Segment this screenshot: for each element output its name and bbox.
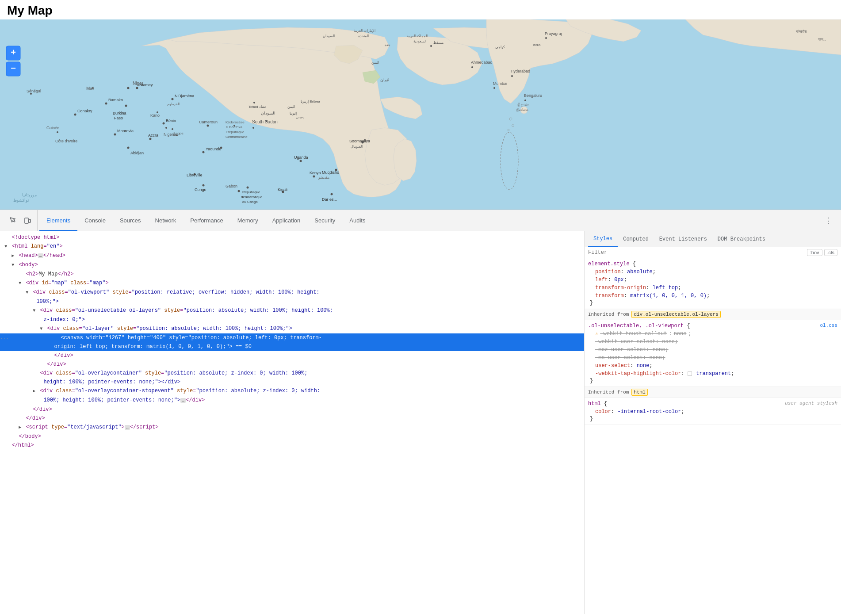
svg-text:−: −	[11, 63, 16, 73]
tab-elements[interactable]: Elements	[39, 210, 77, 231]
inspect-element-button[interactable]	[7, 214, 19, 227]
css-prop[interactable]: left: 0px;	[588, 276, 837, 284]
more-options-button[interactable]: ⋮	[819, 210, 837, 231]
page-title: My Map	[0, 0, 841, 19]
css-section-element-style: element.style { position: absolute; left…	[585, 258, 841, 309]
svg-text:اليمن: اليمن	[287, 105, 295, 109]
svg-text:Ahmedabad: Ahmedabad	[471, 60, 493, 65]
svg-point-28	[220, 147, 222, 149]
dom-line[interactable]: <script type="text/javascript">…</script…	[0, 423, 584, 432]
dom-line[interactable]: <div class="ol-viewport" style="position…	[0, 288, 584, 297]
tab-console[interactable]: Console	[77, 210, 113, 231]
inherited-from-badge-2: html	[631, 389, 647, 396]
dom-line[interactable]: z-index: 0;">	[0, 315, 584, 324]
svg-point-19	[163, 122, 165, 125]
dom-line[interactable]: </div>	[0, 405, 584, 414]
css-prop-webkit-touch[interactable]: ⚠ -webkit-touch-callout: none;	[588, 330, 837, 338]
dom-line[interactable]: </html>	[0, 441, 584, 450]
css-section-html: html { user agent stylesh color: -intern…	[585, 398, 841, 425]
dom-line[interactable]: </div>	[0, 351, 584, 360]
dom-line[interactable]: </body>	[0, 432, 584, 441]
style-tab-styles[interactable]: Styles	[588, 231, 618, 247]
dom-line[interactable]: height: 100%; pointer-events: none;"></d…	[0, 378, 584, 386]
svg-point-43	[331, 193, 333, 195]
dom-line[interactable]: </div>	[0, 360, 584, 369]
svg-text:République: République	[242, 190, 260, 194]
svg-text:ti Bëafrïka: ti Bëafrïka	[226, 125, 243, 129]
svg-text:Tchád تشاد: Tchád تشاد	[248, 105, 266, 109]
dom-line[interactable]: <html lang="en">	[0, 242, 584, 251]
tab-performance[interactable]: Performance	[183, 210, 230, 231]
svg-point-10	[127, 147, 130, 149]
dom-line selected-cont[interactable]: origin: left top; transform: matrix(1, 0…	[0, 342, 584, 351]
svg-text:السعودية: السعودية	[413, 39, 426, 43]
svg-text:مسقط: مسقط	[433, 41, 443, 45]
css-selector-ol: .ol-unselectable, .ol-viewport { ol.css	[588, 323, 837, 329]
dom-line[interactable]: 100%;">	[0, 297, 584, 306]
svg-text:አ+ሮፒ: አ+ሮፒ	[296, 116, 305, 119]
dom-line[interactable]: 100%; height: 100%; pointer-events: none…	[0, 396, 584, 405]
tab-application[interactable]: Application	[265, 210, 308, 231]
css-close-brace: }	[588, 300, 837, 306]
dom-line selected[interactable]: ... <canvas width="1267" height="400" st…	[0, 333, 584, 342]
dom-line[interactable]: <div class="ol-unselectable ol-layers" s…	[0, 306, 584, 315]
svg-text:South Sudan: South Sudan	[252, 119, 278, 124]
svg-text:Kódorosése: Kódorosése	[226, 120, 245, 124]
dom-line[interactable]: <div class="ol-layer" style="position: a…	[0, 324, 584, 333]
tab-memory[interactable]: Memory	[230, 210, 265, 231]
css-close-brace-2: }	[588, 378, 837, 384]
css-prop[interactable]: position: absolute;	[588, 268, 837, 276]
css-prop-ms-user-select[interactable]: -ms-user-select: none;	[588, 354, 837, 362]
svg-point-88	[430, 45, 432, 47]
svg-text:Gabon: Gabon	[226, 184, 237, 188]
svg-text:+: +	[11, 47, 16, 57]
dom-line[interactable]: <div id="map" class="map">	[0, 279, 584, 288]
hov-badge[interactable]: :hov	[807, 249, 822, 256]
svg-text:बांग्लादेश: बांग्लादेश	[795, 29, 807, 34]
cls-badge[interactable]: .cls	[824, 249, 838, 256]
tab-audits[interactable]: Audits	[342, 210, 372, 231]
dom-panel[interactable]: <!doctype html> <html lang="en"> <head>……	[0, 231, 585, 614]
svg-point-57	[57, 131, 58, 133]
style-tab-computed[interactable]: Computed	[618, 231, 654, 247]
css-prop[interactable]: transform-origin: left top;	[588, 284, 837, 292]
css-prop-webkit-user-select[interactable]: -webkit-user-select: none;	[588, 338, 837, 346]
svg-point-39	[313, 176, 315, 178]
dom-line[interactable]: <head>…</head>	[0, 251, 584, 260]
tab-network[interactable]: Network	[148, 210, 183, 231]
dom-line[interactable]: <div class="ol-overlaycontainer-stopeven…	[0, 386, 584, 396]
device-toggle-button[interactable]	[21, 214, 34, 227]
tab-sources[interactable]: Sources	[113, 210, 148, 231]
devtools-main: <!doctype html> <html lang="en"> <head>……	[0, 231, 841, 614]
css-prop-user-select[interactable]: user-select: none;	[588, 362, 837, 370]
styles-sub-tabs: Styles Computed Event Listeners DOM Brea…	[585, 231, 841, 247]
svg-text:موريتانيا: موريتانيا	[22, 192, 37, 198]
dom-line[interactable]: <div class="ol-overlaycontainer" style="…	[0, 369, 584, 378]
svg-text:Hyderabad: Hyderabad	[511, 69, 530, 73]
svg-text:Niger: Niger	[133, 81, 144, 86]
svg-text:Faso: Faso	[114, 116, 123, 120]
dom-line[interactable]: <body>	[0, 260, 584, 270]
css-prop-moz-user-select[interactable]: -moz-user-select: none;	[588, 346, 837, 354]
style-tab-dom-breakpoints[interactable]: DOM Breakpoints	[712, 231, 771, 247]
css-section-ol-unselectable: .ol-unselectable, .ol-viewport { ol.css …	[585, 320, 841, 387]
svg-point-65	[207, 125, 209, 127]
svg-text:عُمان: عُمان	[380, 78, 389, 82]
style-tab-event-listeners[interactable]: Event Listeners	[654, 231, 712, 247]
css-prop-tap-highlight[interactable]: -webkit-tap-highlight-color: transparent…	[588, 370, 837, 378]
svg-point-97	[493, 87, 495, 89]
svg-text:Sénégal: Sénégal	[27, 89, 41, 93]
dom-line[interactable]: </div>	[0, 414, 584, 423]
svg-text:Abidjan: Abidjan	[130, 151, 144, 155]
filter-input[interactable]	[588, 249, 803, 256]
svg-text:Kenya: Kenya	[310, 171, 321, 175]
svg-text:démocratique: démocratique	[241, 195, 263, 199]
css-prop-color[interactable]: color: -internal-root-color;	[588, 408, 837, 416]
svg-point-31	[203, 184, 205, 187]
css-prop[interactable]: transform: matrix(1, 0, 0, 1, 0, 0);	[588, 292, 837, 300]
svg-text:نواكشوط: نواكشوط	[13, 198, 29, 203]
dom-line[interactable]: <h2>My Map</h2>	[0, 270, 584, 279]
svg-text:Libreville: Libreville	[187, 173, 203, 177]
tab-security[interactable]: Security	[307, 210, 342, 231]
dom-line[interactable]: <!doctype html>	[0, 233, 584, 242]
